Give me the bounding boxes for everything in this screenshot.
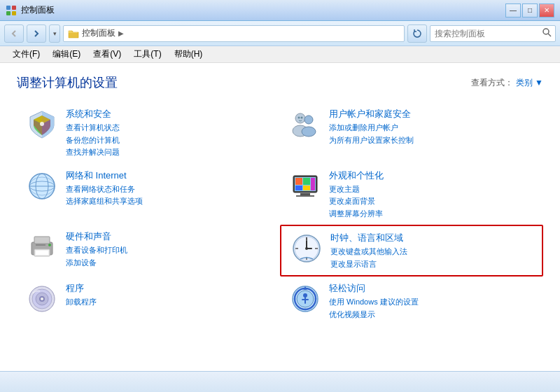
hardware-content: 硬件和声音 查看设备和打印机 添加设备: [66, 230, 272, 268]
system-security-links: 查看计算机状态 备份您的计算机 查找并解决问题: [66, 122, 272, 158]
link-desktop-background[interactable]: 更改桌面背景: [329, 195, 535, 207]
svg-rect-0: [6, 6, 10, 10]
accessibility-content: 轻松访问 使用 Windows 建议的设置 优化视频显示: [329, 282, 535, 320]
menu-tools[interactable]: 工具(T): [128, 47, 167, 62]
svg-line-5: [548, 34, 551, 36]
content-area: 调整计算机的设置 查看方式： 类别 ▼ 系统: [0, 63, 560, 371]
categories-grid: 系统和安全 查看计算机状态 备份您的计算机 查找并解决问题: [17, 102, 543, 326]
appearance-links: 更改主题 更改桌面背景 调整屏幕分辨率: [329, 183, 535, 220]
svg-point-11: [298, 117, 300, 119]
network-links: 查看网络状态和任务 选择家庭组和共享选项: [66, 183, 272, 207]
view-mode-value[interactable]: 类别 ▼: [516, 77, 543, 89]
view-mode-selector[interactable]: 查看方式： 类别 ▼: [471, 77, 543, 89]
link-windows-suggested[interactable]: 使用 Windows 建议的设置: [329, 296, 535, 308]
page-title-row: 调整计算机的设置 查看方式： 类别 ▼: [17, 74, 543, 91]
category-hardware[interactable]: 硬件和声音 查看设备和打印机 添加设备: [17, 225, 280, 276]
menu-bar: 文件(F) 编辑(E) 查看(V) 工具(T) 帮助(H): [0, 46, 560, 63]
title-bar-left: 控制面板: [6, 4, 55, 16]
svg-point-6: [40, 122, 44, 126]
category-programs[interactable]: 程序 卸载程序: [17, 276, 280, 326]
link-homegroup[interactable]: 选择家庭组和共享选项: [66, 195, 272, 207]
search-bar: [430, 25, 556, 42]
programs-links: 卸载程序: [66, 296, 272, 308]
minimize-button[interactable]: —: [505, 4, 521, 18]
svg-rect-20: [295, 178, 302, 185]
refresh-button[interactable]: [407, 24, 427, 43]
svg-rect-24: [311, 178, 315, 190]
category-system-security[interactable]: 系统和安全 查看计算机状态 备份您的计算机 查找并解决问题: [17, 102, 280, 164]
link-add-remove-users[interactable]: 添加或删除用户帐户: [329, 122, 535, 134]
svg-rect-26: [296, 195, 314, 197]
svg-rect-2: [6, 11, 10, 15]
address-bar[interactable]: 控制面板 ▶: [63, 25, 405, 42]
programs-title[interactable]: 程序: [66, 282, 272, 295]
svg-rect-22: [295, 186, 302, 190]
svg-rect-28: [34, 237, 50, 244]
category-clock-language[interactable]: 时钟、语言和区域 更改键盘或其他输入法 更改显示语言: [280, 225, 543, 276]
clock-language-links: 更改键盘或其他输入法 更改显示语言: [330, 246, 533, 270]
system-security-icon: [25, 108, 59, 141]
svg-point-12: [301, 117, 303, 119]
link-parental-controls[interactable]: 为所有用户设置家长控制: [329, 134, 535, 146]
link-backup[interactable]: 备份您的计算机: [66, 134, 272, 146]
status-bar: [0, 371, 560, 392]
maximize-button[interactable]: □: [522, 4, 538, 18]
link-troubleshoot[interactable]: 查找并解决问题: [66, 146, 272, 158]
svg-rect-23: [303, 186, 310, 190]
system-security-title[interactable]: 系统和安全: [66, 108, 272, 120]
svg-rect-25: [300, 193, 310, 195]
svg-rect-30: [36, 251, 48, 255]
close-button[interactable]: ✕: [539, 4, 554, 18]
address-folder-icon: [68, 28, 79, 39]
link-keyboard-input[interactable]: 更改键盘或其他输入法: [330, 246, 533, 258]
svg-point-4: [543, 29, 549, 34]
link-computer-status[interactable]: 查看计算机状态: [66, 122, 272, 134]
link-optimize-video[interactable]: 优化视频显示: [329, 309, 535, 321]
link-uninstall[interactable]: 卸载程序: [66, 296, 272, 308]
menu-help[interactable]: 帮助(H): [169, 47, 209, 62]
hardware-title[interactable]: 硬件和声音: [66, 230, 272, 243]
window-title: 控制面板: [21, 4, 55, 16]
menu-file[interactable]: 文件(F): [7, 47, 46, 62]
navigation-bar: ▾ 控制面板 ▶: [0, 21, 560, 46]
network-icon: [25, 169, 59, 203]
title-bar: 控制面板 — □ ✕: [0, 0, 560, 21]
category-accessibility[interactable]: 轻松访问 使用 Windows 建议的设置 优化视频显示: [280, 276, 543, 326]
appearance-content: 外观和个性化 更改主题 更改桌面背景 调整屏幕分辨率: [329, 169, 535, 220]
svg-point-46: [41, 298, 43, 300]
svg-point-41: [305, 247, 308, 250]
accessibility-links: 使用 Windows 建议的设置 优化视频显示: [329, 296, 535, 320]
user-accounts-icon: [288, 108, 322, 141]
svg-point-7: [295, 113, 305, 123]
link-display-language[interactable]: 更改显示语言: [330, 258, 533, 270]
link-screen-resolution[interactable]: 调整屏幕分辨率: [329, 208, 535, 220]
user-accounts-title[interactable]: 用户帐户和家庭安全: [329, 108, 535, 120]
link-change-theme[interactable]: 更改主题: [329, 183, 535, 195]
menu-edit[interactable]: 编辑(E): [47, 47, 86, 62]
appearance-icon: [288, 169, 322, 203]
category-appearance[interactable]: 外观和个性化 更改主题 更改桌面背景 调整屏幕分辨率: [280, 164, 543, 225]
programs-icon: [25, 282, 59, 316]
svg-rect-21: [303, 178, 310, 185]
svg-point-31: [48, 244, 51, 246]
back-button[interactable]: [4, 24, 24, 43]
user-accounts-content: 用户帐户和家庭安全 添加或删除用户帐户 为所有用户设置家长控制: [329, 108, 535, 146]
control-panel-icon: [6, 5, 17, 16]
appearance-title[interactable]: 外观和个性化: [329, 169, 535, 182]
link-devices-printers[interactable]: 查看设备和打印机: [66, 244, 272, 256]
network-title[interactable]: 网络和 Internet: [66, 169, 272, 182]
link-add-device[interactable]: 添加设备: [66, 257, 272, 269]
category-network[interactable]: 网络和 Internet 查看网络状态和任务 选择家庭组和共享选项: [17, 164, 280, 225]
clock-language-title[interactable]: 时钟、语言和区域: [330, 232, 533, 244]
svg-point-9: [304, 115, 313, 124]
category-user-accounts[interactable]: 用户帐户和家庭安全 添加或删除用户帐户 为所有用户设置家长控制: [280, 102, 543, 164]
link-network-status[interactable]: 查看网络状态和任务: [66, 183, 272, 195]
svg-rect-1: [12, 6, 16, 10]
search-input[interactable]: [435, 29, 540, 38]
accessibility-title[interactable]: 轻松访问: [329, 282, 535, 295]
search-icon[interactable]: [542, 28, 552, 39]
forward-button[interactable]: [27, 24, 46, 43]
nav-dropdown-button[interactable]: ▾: [49, 24, 60, 43]
system-security-content: 系统和安全 查看计算机状态 备份您的计算机 查找并解决问题: [66, 108, 272, 158]
menu-view[interactable]: 查看(V): [88, 47, 127, 62]
